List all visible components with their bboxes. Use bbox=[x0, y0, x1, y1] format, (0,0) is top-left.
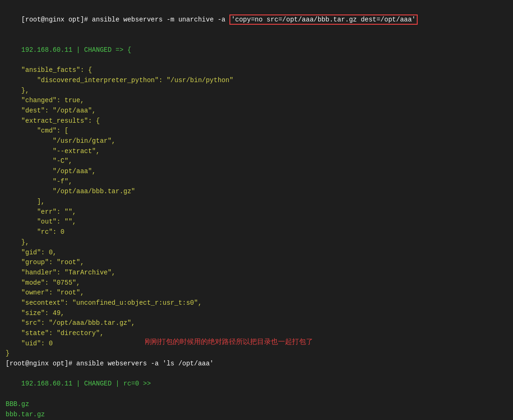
json-line-handler: "handler": "TarArchive", bbox=[6, 268, 507, 278]
host-1: 192.168.60.11 | bbox=[21, 46, 84, 54]
status-changed-1: CHANGED bbox=[84, 46, 112, 54]
json-line-secontext: "secontext": "unconfined_u:object_r:usr_… bbox=[6, 298, 507, 308]
json-line-err: "err": "", bbox=[6, 207, 507, 217]
json-line-close-facts: }, bbox=[6, 86, 507, 96]
json-line-ansible-facts: "ansible_facts": { bbox=[6, 65, 507, 76]
json-line-c: "-C", bbox=[6, 156, 507, 167]
json-line-cmd-open: "cmd": [ bbox=[6, 126, 507, 136]
cmd-line-1: [root@nginx opt]# ansible webservers -m … bbox=[6, 5, 507, 35]
json-line-extract: "--extract", bbox=[6, 147, 507, 157]
status-changed-2: CHANGED bbox=[84, 380, 112, 387]
arrow-1: => { bbox=[112, 46, 131, 54]
host-line-2: 192.168.60.11 | CHANGED | rc=0 >> bbox=[6, 369, 507, 399]
host-2: 192.168.60.11 | bbox=[21, 380, 84, 387]
host-line-1: 192.168.60.11 | CHANGED => { bbox=[6, 35, 507, 65]
json-line-extract-results: "extract_results": { bbox=[6, 116, 507, 126]
json-line-group: "group": "root", bbox=[6, 258, 507, 268]
prompt-1: [root@nginx opt]# ansible webservers -m … bbox=[21, 16, 229, 23]
json-line-cmd-close: ], bbox=[6, 197, 507, 207]
cmd-arg-highlight: 'copy=no src=/opt/aaa/bbb.tar.gz dest=/o… bbox=[229, 14, 418, 25]
json-line-opt-aaa: "/opt/aaa", bbox=[6, 167, 507, 177]
json-line-out: "out": "", bbox=[6, 217, 507, 227]
file-bbb-tar-gz: bbb.tar.gz bbox=[6, 410, 507, 420]
json-line-interpreter: "discovered_interpreter_python": "/usr/b… bbox=[6, 76, 507, 86]
json-line-size: "size": 49, bbox=[6, 308, 507, 319]
json-line-close-main: } bbox=[6, 349, 507, 359]
json-line-gtar: "/usr/bin/gtar", bbox=[6, 136, 507, 147]
json-line-changed: "changed": true, bbox=[6, 96, 507, 106]
json-line-gid: "gid": 0, bbox=[6, 248, 507, 258]
json-line-src: "src": "/opt/aaa/bbb.tar.gz", bbox=[6, 318, 507, 329]
annotation-text: 刚刚打包的时候用的绝对路径所以把目录也一起打包了 bbox=[145, 337, 313, 346]
rc-2: | rc=0 >> bbox=[112, 380, 151, 387]
json-line-rc: "rc": 0 bbox=[6, 227, 507, 238]
terminal: [root@nginx opt]# ansible webservers -m … bbox=[0, 0, 513, 420]
json-line-close-extract: }, bbox=[6, 238, 507, 248]
json-line-dest: "dest": "/opt/aaa", bbox=[6, 106, 507, 116]
json-line-f: "-f", bbox=[6, 177, 507, 187]
file-bbb-gz: BBB.gz bbox=[6, 399, 507, 410]
cmd-line-2: [root@nginx opt]# ansible webservers -a … bbox=[6, 359, 507, 369]
json-line-bbb-tar: "/opt/aaa/bbb.tar.gz" bbox=[6, 187, 507, 197]
json-line-owner: "owner": "root", bbox=[6, 288, 507, 298]
json-line-mode: "mode": "0755", bbox=[6, 278, 507, 288]
